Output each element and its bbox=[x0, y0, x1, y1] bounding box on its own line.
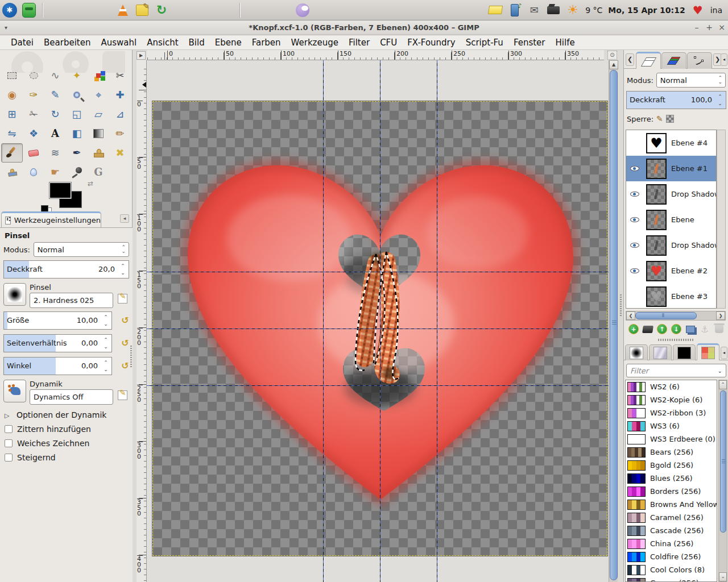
xfce-menu-icon[interactable]: ✱ bbox=[2, 2, 18, 18]
menu-farben[interactable]: Farben bbox=[247, 36, 286, 49]
layer-row[interactable]: ♥Ebene #2 bbox=[626, 258, 716, 284]
guide-horizontal[interactable] bbox=[147, 272, 609, 272]
layer-thumbnail[interactable] bbox=[646, 159, 667, 179]
horizontal-ruler[interactable]: 050100150200250300350 bbox=[147, 50, 604, 60]
menu-scriptfu[interactable]: Script-Fu bbox=[461, 36, 508, 49]
layer-row[interactable]: Drop Shadow bbox=[626, 232, 716, 258]
dynamics-options-expander[interactable]: ▷ Optionen der Dynamik bbox=[5, 410, 133, 419]
dock-collapse-icon[interactable]: ◂ bbox=[721, 53, 727, 66]
foreground-color-swatch[interactable] bbox=[49, 182, 72, 199]
layer-thumbnail[interactable]: ♥ bbox=[646, 286, 667, 307]
layer-thumbnail[interactable] bbox=[646, 235, 667, 256]
zoom-tool[interactable] bbox=[66, 85, 88, 105]
camera-icon[interactable] bbox=[545, 2, 561, 18]
tool-options-collapse-button[interactable]: ◂ bbox=[120, 214, 129, 223]
swap-colors-icon[interactable]: ⇄ bbox=[88, 180, 93, 188]
spinner-arrows-icon[interactable]: ⌃⌄ bbox=[715, 92, 725, 108]
lock-pixels-icon[interactable]: ✎ bbox=[656, 114, 663, 123]
file-manager-icon[interactable] bbox=[21, 2, 37, 18]
reset-icon[interactable]: ↺ bbox=[119, 314, 131, 327]
ink-tool[interactable]: ✒ bbox=[66, 143, 88, 163]
pane-resize-grip[interactable] bbox=[620, 294, 622, 317]
palette-scrollbar[interactable]: ⌃ ⌄ bbox=[718, 380, 727, 582]
palette-row[interactable]: WS2 (6) bbox=[626, 380, 717, 393]
tool-options-tab[interactable]: Werkzeugeinstellungen bbox=[1, 211, 101, 227]
visibility-eye-icon[interactable] bbox=[630, 217, 639, 222]
spinner-arrows-icon[interactable]: ⌃⌄ bbox=[118, 261, 127, 277]
close-button[interactable]: × bbox=[715, 23, 728, 33]
user-name[interactable]: ina bbox=[710, 6, 722, 15]
flip-tool[interactable]: ⇋ bbox=[1, 124, 23, 143]
menu-bild[interactable]: Bild bbox=[184, 36, 210, 49]
duplicate-layer-button[interactable] bbox=[684, 323, 697, 335]
scroll-down-icon[interactable]: ⌄ bbox=[719, 572, 727, 581]
lower-layer-button[interactable]: ↓ bbox=[670, 323, 682, 335]
airbrush-tool[interactable]: ≋ bbox=[44, 143, 66, 163]
palette-row[interactable]: Cascade (256) bbox=[626, 524, 717, 537]
clone-tool[interactable] bbox=[88, 143, 109, 163]
media-player-icon[interactable] bbox=[507, 2, 523, 18]
color-picker-tool[interactable]: ✎ bbox=[44, 85, 66, 105]
palette-row[interactable]: Coldfire (256) bbox=[626, 550, 717, 563]
layer-thumbnail[interactable] bbox=[646, 210, 667, 230]
perspective-tool[interactable]: ⊿ bbox=[109, 105, 131, 124]
menu-werkzeuge[interactable]: Werkzeuge bbox=[286, 36, 344, 49]
rect-select-tool[interactable] bbox=[1, 66, 23, 85]
checkbox-unchecked[interactable] bbox=[5, 425, 13, 433]
scroll-left-icon[interactable]: ❮ bbox=[626, 311, 635, 320]
palette-row[interactable]: WS3 (6) bbox=[626, 419, 717, 433]
guide-vertical[interactable] bbox=[323, 60, 324, 582]
window-titlebar[interactable]: ▾ *Knopf.xcf-1.0 (RGB-Farben, 7 Ebenen) … bbox=[0, 20, 728, 35]
menu-datei[interactable]: Datei bbox=[6, 36, 39, 49]
layer-name[interactable]: Ebene bbox=[671, 215, 694, 224]
envelope-icon[interactable]: ✉ bbox=[526, 2, 542, 18]
heal-tool[interactable]: ✖ bbox=[109, 143, 131, 163]
move-tool[interactable]: ✚ bbox=[109, 85, 131, 105]
menu-hilfe[interactable]: Hilfe bbox=[551, 36, 580, 49]
blur-sharpen-tool[interactable] bbox=[23, 163, 44, 182]
layer-thumbnail[interactable]: ♥ bbox=[646, 261, 667, 281]
zoom-navigation-button[interactable]: ⊙ bbox=[607, 51, 617, 60]
mail-icon[interactable] bbox=[487, 2, 503, 18]
guide-horizontal[interactable] bbox=[147, 385, 609, 386]
menu-ebene[interactable]: Ebene bbox=[210, 36, 247, 49]
layer-thumbnail[interactable]: ♥ bbox=[646, 133, 667, 153]
guide-vertical[interactable] bbox=[437, 60, 437, 582]
palette-row[interactable]: WS2-ribbon (3) bbox=[626, 406, 717, 419]
reset-icon[interactable]: ↺ bbox=[119, 360, 131, 372]
spinner-arrows-icon[interactable]: ⌃⌄ bbox=[101, 335, 110, 351]
clock[interactable]: Mo, 15 Apr 10:12 bbox=[608, 6, 685, 15]
tab-layers[interactable] bbox=[636, 52, 661, 69]
scrollbar-thumb[interactable] bbox=[635, 312, 697, 319]
layer-mode-select[interactable]: Normal ⌃⌄ bbox=[656, 73, 726, 88]
smudge-tool[interactable]: ☛ bbox=[44, 163, 66, 182]
eraser-tool[interactable] bbox=[23, 143, 44, 163]
scroll-up-icon[interactable]: ▲ bbox=[609, 60, 618, 69]
layers-horizontal-scrollbar[interactable]: ❮ ❯ bbox=[626, 311, 726, 321]
layer-name[interactable]: Ebene #1 bbox=[671, 164, 708, 173]
checkbox-row[interactable]: Zittern hinzufügen bbox=[5, 425, 133, 434]
reset-icon[interactable]: ↺ bbox=[119, 337, 131, 350]
palette-row[interactable]: WS2-Kopie (6) bbox=[626, 393, 717, 406]
paintbrush-tool[interactable] bbox=[1, 143, 23, 163]
lock-alpha-icon[interactable] bbox=[666, 115, 674, 123]
heart-tray-icon[interactable]: ♥ bbox=[690, 2, 706, 18]
dock-collapse-icon[interactable]: ◂ bbox=[721, 347, 727, 359]
palette-row[interactable]: Browns And Yellows (256) bbox=[626, 498, 717, 511]
dynamics-preview-button[interactable] bbox=[3, 380, 26, 402]
layers-scrollbar[interactable] bbox=[717, 130, 726, 309]
menu-cfu[interactable]: CFU bbox=[375, 36, 402, 49]
menu-filter[interactable]: Filter bbox=[344, 36, 375, 49]
layer-name[interactable]: Ebene #4 bbox=[671, 139, 708, 147]
scissors-select-tool[interactable]: ✂ bbox=[109, 66, 131, 85]
checkbox-row[interactable]: Steigernd bbox=[5, 453, 133, 462]
palette-row[interactable]: Grapes (256) bbox=[626, 576, 717, 582]
notes-icon[interactable] bbox=[134, 2, 150, 18]
spinner-arrows-icon[interactable]: ⌃⌄ bbox=[101, 358, 110, 374]
palette-row[interactable]: Blues (256) bbox=[626, 472, 717, 485]
foreground-select-tool[interactable]: ◉ bbox=[1, 85, 23, 105]
palette-filter-input[interactable]: Filter ⌄ bbox=[626, 364, 726, 377]
checkbox-unchecked[interactable] bbox=[5, 439, 13, 447]
paths-tool[interactable]: ✑ bbox=[23, 85, 44, 105]
free-select-tool[interactable]: ∿ bbox=[44, 66, 66, 85]
